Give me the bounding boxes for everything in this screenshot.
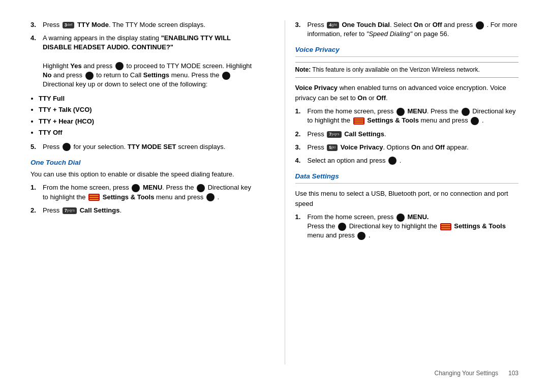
right-column: 3. Press 4ghi One Touch Dial. Select On … <box>285 20 519 365</box>
otd-step1-settings: Settings & Tools menu and press <box>103 193 205 201</box>
vp-step4-period: . <box>400 157 402 164</box>
note-text: This feature is only available on the Ve… <box>312 66 480 73</box>
ds-step1-text1: From the home screen, press <box>308 213 395 221</box>
vp-step1-period: . <box>482 116 484 124</box>
tty-hear-hco: TTY + Hear (HCO) <box>39 116 254 127</box>
otd-step2-text: Call Settings. <box>80 206 121 214</box>
nav-button-icon-r1 <box>462 108 470 116</box>
ds-step1-text2: Press the <box>308 222 338 230</box>
settings-icon-1 <box>88 194 100 201</box>
vp-step-3: 3. Press 5jkl Voice Privacy. Options On … <box>295 143 519 152</box>
step-num-5: 5. <box>30 142 40 152</box>
vp-step1-text1: From the home screen, press <box>308 107 395 115</box>
step3-text: TTY Mode. The TTY Mode screen displays. <box>77 21 205 28</box>
step3-press: Press <box>43 21 59 28</box>
data-settings-desc: Use this menu to select a USB, Bluetooth… <box>295 189 519 208</box>
tty-full: TTY Full <box>39 93 254 104</box>
otd-step-1-content: From the home screen, press MENU. Press … <box>43 183 254 201</box>
vp-step-1: 1. From the home screen, press MENU. Pre… <box>295 107 519 125</box>
footer-section: Changing Your Settings <box>435 370 498 377</box>
key-7pqrs-1: 7pqrs <box>63 207 77 214</box>
vp-step3-text: Voice Privacy. Options On and Off appear… <box>341 143 469 151</box>
step-3-content: Press 3def TTY Mode. The TTY Mode screen… <box>43 20 254 29</box>
step-4-left: 4. A warning appears in the display stat… <box>30 34 254 89</box>
vp-step-num-1: 1. <box>295 107 304 125</box>
menu-button-icon-1 <box>132 184 140 192</box>
ok-button-icon-r1 <box>476 21 484 29</box>
ok-button-icon-r3 <box>388 157 396 165</box>
right-step3-text1: One Touch Dial. Select On or Off and pre… <box>342 21 474 28</box>
otd-step2-press: Press <box>43 206 62 214</box>
step5-press: Press <box>43 143 62 150</box>
step-4-content: A warning appears in the display stating… <box>43 34 254 89</box>
ds-step-1: 1. From the home screen, press MENU. Pre… <box>295 213 519 240</box>
settings-icon-ds <box>440 223 451 230</box>
left-column: 3. Press 3def TTY Mode. The TTY Mode scr… <box>30 20 264 365</box>
right-step-3-content: Press 4ghi One Touch Dial. Select On or … <box>308 20 519 39</box>
ds-step1-period: . <box>369 231 371 239</box>
tty-talk-vco: TTY + Talk (VCO) <box>39 104 254 115</box>
vp-step-4: 4. Select an option and press . <box>295 156 519 165</box>
vp-step-4-content: Select an option and press . <box>308 156 519 165</box>
ok-button-icon-4 <box>63 143 71 151</box>
one-touch-dial-heading: One Touch Dial <box>30 159 254 166</box>
step4-directional: Directional key up or down to select one… <box>43 80 207 88</box>
otd-step-2: 2. Press 7pqrs Call Settings. <box>30 206 254 215</box>
right-step3-press: Press <box>308 21 326 28</box>
nav-button-icon-ds <box>338 223 346 231</box>
vp-step1-menu: MENU. Press the <box>408 107 461 115</box>
vp-step-2: 2. Press 7pqrs Call Settings. <box>295 130 519 139</box>
vp-step-num-3: 3. <box>295 143 304 152</box>
otd-step1-menu: MENU. Press the <box>143 184 196 191</box>
step4-highlight-yes: Highlight Yes and press <box>43 62 114 70</box>
vp-step2-press: Press <box>308 130 326 138</box>
vp-step-2-content: Press 7pqrs Call Settings. <box>308 130 519 139</box>
ds-step-1-content: From the home screen, press MENU. Press … <box>308 213 519 240</box>
menu-button-icon-r1 <box>396 108 405 116</box>
tty-options-list: TTY Full TTY + Talk (VCO) TTY + Hear (HC… <box>39 93 254 138</box>
step-5-left: 5. Press for your selection. TTY MODE SE… <box>30 142 254 152</box>
ds-step1-menu: MENU. <box>408 213 429 221</box>
right-step-num-3: 3. <box>295 20 304 39</box>
menu-button-icon-ds <box>396 214 405 222</box>
step-3-right: 3. Press 4ghi One Touch Dial. Select On … <box>295 20 519 39</box>
vp-step1-settings: Settings & Tools menu and press <box>367 116 470 124</box>
vp-step-1-content: From the home screen, press MENU. Press … <box>308 107 519 125</box>
key-5jkl: 5jkl <box>327 144 338 151</box>
data-settings-divider <box>295 183 519 184</box>
otd-step-2-content: Press 7pqrs Call Settings. <box>43 206 254 215</box>
settings-icon-r1 <box>353 117 364 125</box>
otd-step1-text1: From the home screen, press <box>43 184 131 191</box>
note-label: Note: <box>295 66 311 73</box>
step-num-4: 4. <box>30 34 40 89</box>
voice-privacy-note: Note: This feature is only available on … <box>295 62 519 78</box>
vp-step-num-2: 2. <box>295 130 304 139</box>
step-3-left: 3. Press 3def TTY Mode. The TTY Mode scr… <box>30 20 254 29</box>
key-3def: 3def <box>63 22 75 28</box>
step4-return: to return to Call Settings menu. Press t… <box>96 71 221 79</box>
otd-step-num-1: 1. <box>30 183 40 201</box>
ok-button-icon-5 <box>206 193 215 201</box>
step-num-3: 3. <box>30 20 40 29</box>
ok-button-icon-ds <box>357 232 365 240</box>
vp-step-3-content: Press 5jkl Voice Privacy. Options On and… <box>308 143 519 152</box>
ok-button-icon-3 <box>222 72 230 80</box>
otd-step-num-2: 2. <box>30 206 40 215</box>
ok-button-icon-1 <box>115 62 124 70</box>
vp-step-num-4: 4. <box>295 156 304 165</box>
step-5-content: Press for your selection. TTY MODE SET s… <box>43 142 254 152</box>
one-touch-dial-desc: You can use this option to enable or dis… <box>30 169 254 179</box>
vp-step2-text: Call Settings. <box>344 130 386 138</box>
data-settings-heading: Data Settings <box>295 172 519 180</box>
voice-privacy-heading: Voice Privacy <box>295 46 519 53</box>
vp-step3-press: Press <box>308 143 326 151</box>
footer-page-num: 103 <box>508 370 518 377</box>
voice-privacy-divider <box>295 56 519 57</box>
ds-step1-text3: Directional key to highlight the <box>349 222 439 230</box>
page: 3. Press 3def TTY Mode. The TTY Mode scr… <box>0 0 549 392</box>
voice-privacy-desc: Voice Privacy when enabled turns on adva… <box>295 83 519 103</box>
step4-part1: A warning appears in the display stating… <box>43 34 231 51</box>
ok-button-icon-r2 <box>471 117 479 125</box>
key-7pqrs-r: 7pqrs <box>327 131 341 138</box>
key-4ghi: 4ghi <box>327 22 339 28</box>
